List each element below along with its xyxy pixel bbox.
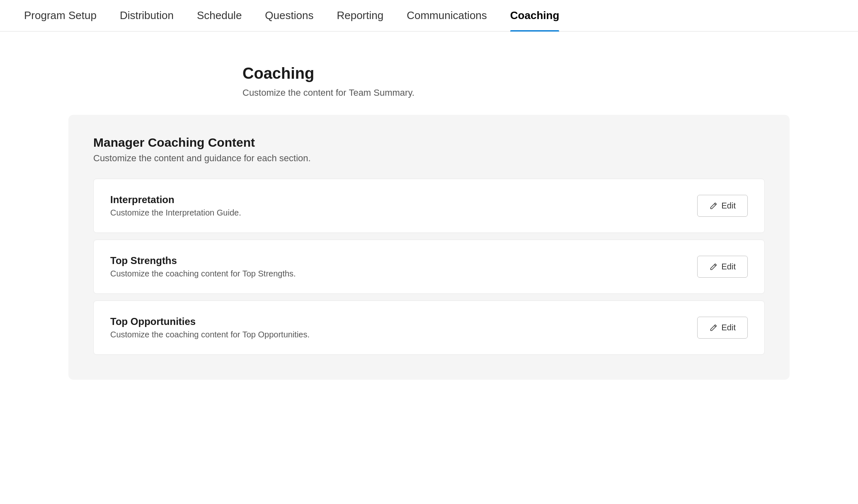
sections-container: Interpretation Customize the Interpretat… [93, 179, 765, 355]
section-desc-top-strengths: Customize the coaching content for Top S… [110, 269, 296, 279]
edit-icon-top-strengths [709, 263, 717, 271]
nav-item-questions[interactable]: Questions [253, 0, 325, 32]
page-title: Coaching [242, 65, 616, 82]
edit-icon-top-opportunities [709, 324, 717, 332]
section-title-top-strengths: Top Strengths [110, 255, 296, 267]
main-content: Coaching Customize the content for Team … [0, 32, 858, 413]
card-header: Manager Coaching Content Customize the c… [93, 136, 765, 164]
section-item-interpretation: Interpretation Customize the Interpretat… [93, 179, 765, 233]
page-subtitle: Customize the content for Team Summary. [242, 87, 616, 98]
nav-item-reporting[interactable]: Reporting [325, 0, 395, 32]
section-title-top-opportunities: Top Opportunities [110, 316, 310, 327]
section-desc-interpretation: Customize the Interpretation Guide. [110, 208, 241, 218]
card-subtitle: Customize the content and guidance for e… [93, 153, 765, 164]
edit-icon-interpretation [709, 202, 717, 210]
nav-item-program-setup[interactable]: Program Setup [12, 0, 108, 32]
nav-bar: Program SetupDistributionScheduleQuestio… [0, 0, 858, 32]
nav-item-schedule[interactable]: Schedule [185, 0, 253, 32]
nav-item-communications[interactable]: Communications [395, 0, 499, 32]
section-desc-top-opportunities: Customize the coaching content for Top O… [110, 330, 310, 339]
nav-item-coaching[interactable]: Coaching [499, 0, 571, 32]
section-item-top-strengths: Top Strengths Customize the coaching con… [93, 240, 765, 294]
edit-button-top-strengths[interactable]: Edit [697, 256, 748, 278]
edit-button-top-opportunities[interactable]: Edit [697, 317, 748, 339]
nav-item-distribution[interactable]: Distribution [108, 0, 185, 32]
page-header: Coaching Customize the content for Team … [242, 65, 616, 98]
section-item-top-opportunities: Top Opportunities Customize the coaching… [93, 300, 765, 355]
edit-button-interpretation[interactable]: Edit [697, 195, 748, 217]
section-text-interpretation: Interpretation Customize the Interpretat… [110, 194, 241, 218]
section-text-top-opportunities: Top Opportunities Customize the coaching… [110, 316, 310, 339]
section-text-top-strengths: Top Strengths Customize the coaching con… [110, 255, 296, 279]
section-title-interpretation: Interpretation [110, 194, 241, 206]
manager-coaching-card: Manager Coaching Content Customize the c… [68, 115, 790, 380]
card-title: Manager Coaching Content [93, 136, 765, 150]
